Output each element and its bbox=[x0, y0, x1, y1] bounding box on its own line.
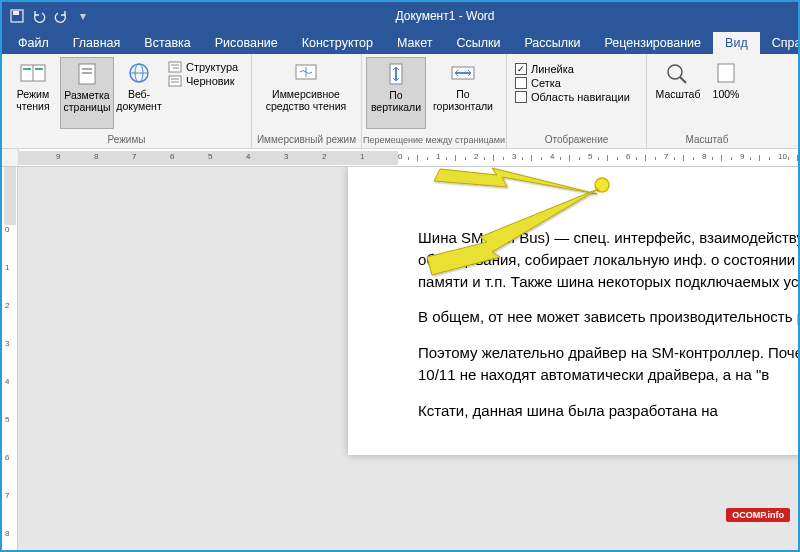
zoom-100-button[interactable]: 100% bbox=[705, 57, 747, 129]
zoom-100-label: 100% bbox=[713, 88, 740, 100]
qat-customize-icon[interactable]: ▾ bbox=[74, 7, 92, 25]
print-layout-label: Разметка страницы bbox=[61, 89, 113, 113]
tab-review[interactable]: Рецензирование bbox=[593, 32, 714, 54]
horizontal-page-button[interactable]: По горизонтали bbox=[426, 57, 500, 129]
tab-draw[interactable]: Рисование bbox=[203, 32, 290, 54]
group-show-label: Отображение bbox=[507, 132, 646, 148]
tab-design[interactable]: Конструктор bbox=[290, 32, 385, 54]
ribbon-view: Режим чтения Разметка страницы Веб-докум… bbox=[2, 54, 798, 149]
svg-rect-14 bbox=[169, 62, 181, 72]
group-immersive-label: Иммерсивный режим bbox=[252, 132, 361, 148]
web-layout-button[interactable]: Веб-документ bbox=[114, 57, 164, 129]
document-title: Документ1 - Word bbox=[395, 9, 494, 23]
tab-mailings[interactable]: Рассылки bbox=[512, 32, 592, 54]
paragraph: Кстати, данная шина была разработана на bbox=[418, 400, 798, 422]
page: Шина SM (SM Bus) — спец. интерфейс, взаи… bbox=[348, 167, 798, 455]
immersive-reader-button[interactable]: Иммерсивное средство чтения bbox=[256, 57, 356, 129]
svg-rect-17 bbox=[169, 76, 181, 86]
vertical-ruler[interactable]: 01234567891011 bbox=[2, 167, 18, 550]
web-layout-label: Веб-документ bbox=[114, 88, 164, 112]
vertical-page-label: По вертикали bbox=[367, 89, 425, 113]
zoom-button[interactable]: Масштаб bbox=[651, 57, 705, 129]
undo-icon[interactable] bbox=[30, 7, 48, 25]
paragraph: Поэтому желательно драйвер на SM-контрол… bbox=[418, 342, 798, 386]
read-mode-button[interactable]: Режим чтения bbox=[6, 57, 60, 129]
tab-insert[interactable]: Вставка bbox=[132, 32, 202, 54]
horizontal-page-label: По горизонтали bbox=[426, 88, 500, 112]
svg-rect-1 bbox=[13, 11, 19, 15]
print-layout-button[interactable]: Разметка страницы bbox=[60, 57, 114, 129]
svg-rect-6 bbox=[23, 68, 31, 70]
gridlines-checkbox[interactable]: Сетка bbox=[515, 77, 630, 89]
svg-rect-10 bbox=[82, 72, 92, 74]
redo-icon[interactable] bbox=[52, 7, 70, 25]
outline-button[interactable]: Структура bbox=[168, 61, 238, 73]
tab-layout[interactable]: Макет bbox=[385, 32, 444, 54]
group-zoom-label: Масштаб bbox=[647, 132, 767, 148]
watermark: OCOMP.info bbox=[726, 508, 790, 522]
save-icon[interactable] bbox=[8, 7, 26, 25]
svg-point-23 bbox=[668, 65, 682, 79]
read-mode-label: Режим чтения bbox=[6, 88, 60, 112]
draft-button[interactable]: Черновик bbox=[168, 75, 238, 87]
tab-references[interactable]: Ссылки bbox=[444, 32, 512, 54]
tab-help[interactable]: Справка bbox=[760, 32, 800, 54]
paragraph: В общем, от нее может зависеть производи… bbox=[418, 306, 798, 328]
svg-rect-7 bbox=[35, 68, 43, 70]
zoom-label: Масштаб bbox=[656, 88, 701, 100]
paragraph: Шина SM (SM Bus) — спец. интерфейс, взаи… bbox=[418, 227, 798, 292]
title-bar: ▾ Документ1 - Word bbox=[2, 2, 798, 30]
vertical-page-button[interactable]: По вертикали bbox=[366, 57, 426, 129]
ruler-checkbox[interactable]: ✓Линейка bbox=[515, 63, 630, 75]
group-pagemove-label: Перемещение между страницами bbox=[362, 133, 506, 148]
tab-view[interactable]: Вид bbox=[713, 32, 760, 54]
nav-pane-checkbox[interactable]: Область навигации bbox=[515, 91, 630, 103]
tab-home[interactable]: Главная bbox=[61, 32, 133, 54]
svg-rect-25 bbox=[718, 64, 734, 82]
svg-rect-9 bbox=[82, 68, 92, 70]
horizontal-ruler[interactable]: 012345678910111213141516171819123456789 bbox=[2, 149, 798, 167]
svg-line-24 bbox=[680, 77, 686, 83]
group-views-label: Режимы bbox=[2, 132, 251, 148]
document-area[interactable]: Шина SM (SM Bus) — спец. интерфейс, взаи… bbox=[18, 167, 798, 550]
ribbon-tabs: Файл Главная Вставка Рисование Конструкт… bbox=[2, 30, 798, 54]
immersive-reader-label: Иммерсивное средство чтения bbox=[256, 88, 356, 112]
tab-file[interactable]: Файл bbox=[6, 32, 61, 54]
